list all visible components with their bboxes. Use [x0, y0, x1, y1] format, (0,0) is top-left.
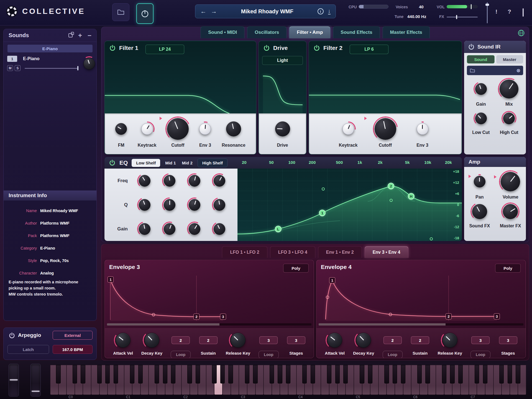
slot-level-slider[interactable]	[25, 68, 77, 69]
piano-key-black[interactable]	[475, 365, 479, 383]
piano-key-black[interactable]	[508, 365, 512, 383]
piano-key-black[interactable]	[253, 365, 257, 383]
piano-key-black[interactable]	[245, 365, 249, 383]
env-handle-3[interactable]: 3	[494, 313, 500, 319]
tab-lfo-1-2[interactable]: LFO 1 • LFO 2	[222, 246, 267, 258]
alert-icon[interactable]: !	[495, 8, 497, 15]
piano-key-black[interactable]	[138, 365, 143, 383]
loop-start-value[interactable]: 2	[383, 336, 402, 344]
tab-sound-midi[interactable]: Sound • MIDI	[201, 26, 244, 38]
help-icon[interactable]: ?	[508, 8, 511, 15]
eq-gain-knob-2[interactable]	[164, 223, 175, 235]
ir-tab-sound[interactable]: Sound	[467, 55, 495, 63]
filter1-mode-select[interactable]: LP 24	[145, 45, 184, 54]
eq-q-knob-1[interactable]	[139, 199, 150, 211]
pan-knob[interactable]	[474, 176, 485, 187]
mute-button[interactable]: M	[7, 65, 13, 71]
piano-key-black[interactable]	[130, 365, 134, 383]
filter2-mode-select[interactable]: LP 6	[350, 45, 388, 54]
arpeggio-power-button[interactable]	[9, 332, 15, 339]
pitch-wheel[interactable]	[9, 364, 19, 397]
prev-preset-button[interactable]: ←	[200, 8, 206, 15]
piano-key-black[interactable]	[499, 365, 504, 383]
slot-name[interactable]: E-Piano	[23, 56, 40, 61]
arpeggio-latch-button[interactable]: Latch	[7, 345, 49, 354]
piano-key-black[interactable]	[196, 365, 200, 383]
stages-value[interactable]: 3	[499, 336, 517, 344]
eq-gain-knob-4[interactable]	[214, 223, 225, 235]
globe-icon[interactable]	[518, 29, 525, 37]
piano-key-black[interactable]	[97, 365, 102, 383]
piano-key-black[interactable]	[384, 365, 389, 383]
cutoff2-knob[interactable]	[375, 118, 396, 140]
sound-slot-row[interactable]: 1 E-Piano M S	[4, 54, 96, 74]
master-fader[interactable]	[487, 2, 488, 23]
piano-key-black[interactable]	[270, 365, 274, 383]
env-handle-1[interactable]: 1	[329, 277, 335, 283]
piano-key-black[interactable]	[327, 365, 331, 383]
piano-key-black[interactable]	[105, 365, 110, 383]
piano-key-black[interactable]	[360, 365, 364, 383]
tab-master-effects[interactable]: Master Effects	[383, 26, 430, 38]
master-fx-knob[interactable]	[503, 204, 518, 219]
eq-point-high[interactable]: H	[408, 193, 415, 200]
eq-mod-handle[interactable]	[322, 187, 325, 190]
tab-filter-amp[interactable]: Filter • Amp	[289, 26, 330, 38]
loop-end-button[interactable]: Loop	[470, 351, 490, 358]
piano-key-black[interactable]	[228, 365, 233, 383]
drive-curve[interactable]	[259, 68, 306, 113]
piano-key-black[interactable]	[163, 365, 167, 383]
sustain-value[interactable]: 2	[411, 336, 429, 344]
piano-key-black[interactable]	[81, 365, 85, 383]
envelope4-display[interactable]: 1 2 3	[319, 276, 523, 321]
piano-key-black[interactable]	[278, 365, 282, 383]
piano-key-black[interactable]	[458, 365, 463, 383]
piano-key-black[interactable]	[56, 365, 60, 383]
arpeggio-external-button[interactable]: External	[53, 331, 93, 340]
env-handle-circle[interactable]	[326, 296, 329, 299]
solo-button[interactable]: S	[15, 65, 21, 71]
eq-freq-knob-2[interactable]	[164, 175, 175, 187]
envelope4-poly-button[interactable]: Poly	[495, 264, 521, 273]
env3-amount2-knob[interactable]	[417, 123, 428, 135]
env-handle-circle[interactable]	[389, 313, 392, 316]
tab-lfo-3-4[interactable]: LFO 3 • LFO 4	[270, 246, 315, 258]
piano-key-black[interactable]	[302, 365, 307, 383]
preset-name[interactable]: Miked Rhoady WMF	[221, 8, 313, 15]
stages-value[interactable]: 3	[287, 336, 305, 344]
ir-highcut-knob[interactable]	[503, 113, 515, 124]
clear-ir-icon[interactable]: ⊗	[516, 68, 520, 73]
release-key-knob[interactable]	[231, 333, 245, 348]
env3-amount-knob[interactable]	[199, 123, 211, 135]
piano-key-black[interactable]	[516, 365, 520, 383]
piano-key-black[interactable]	[450, 365, 454, 383]
eq-band-mid1[interactable]: Mid 1	[164, 161, 177, 165]
ir-tab-master[interactable]: Master	[496, 55, 523, 63]
piano-key-black[interactable]	[442, 365, 446, 383]
fm-knob[interactable]	[115, 123, 127, 135]
eq-freq-knob-1[interactable]	[139, 175, 150, 187]
cutoff-knob[interactable]	[167, 118, 189, 140]
piano-key-black[interactable]	[343, 365, 348, 383]
attack-vel-knob[interactable]	[327, 333, 342, 348]
eq-spectrum-display[interactable]: L 1 2 H +18 +12 +6 0 -6 -12 -18	[237, 169, 462, 241]
piano-key-black[interactable]	[73, 365, 77, 383]
piano-key-black[interactable]	[401, 365, 405, 383]
eq-point-low[interactable]: L	[275, 226, 282, 232]
piano-key-black[interactable]	[393, 365, 397, 383]
piano-key-black[interactable]	[483, 365, 487, 383]
volume-knob[interactable]	[501, 172, 520, 191]
envelope3-poly-button[interactable]: Poly	[283, 264, 309, 273]
attack-vel-knob[interactable]	[116, 333, 131, 348]
env-handle-2[interactable]: 2	[446, 313, 452, 319]
slot-level-handle[interactable]	[77, 66, 78, 70]
resonance-knob[interactable]	[226, 121, 241, 136]
eq-band-low-shelf[interactable]: Low Shelf	[132, 159, 160, 167]
add-sound-button[interactable]: +	[78, 32, 82, 39]
ir-file-row[interactable]: ⊗	[467, 66, 523, 75]
ir-lowcut-knob[interactable]	[475, 113, 487, 124]
keytrack-knob[interactable]	[141, 123, 153, 135]
arpeggio-bpm-button[interactable]: 167.0 BPM	[53, 345, 93, 354]
tab-sound-effects[interactable]: Sound Effects	[333, 26, 380, 38]
duplicate-icon[interactable]	[68, 33, 73, 37]
